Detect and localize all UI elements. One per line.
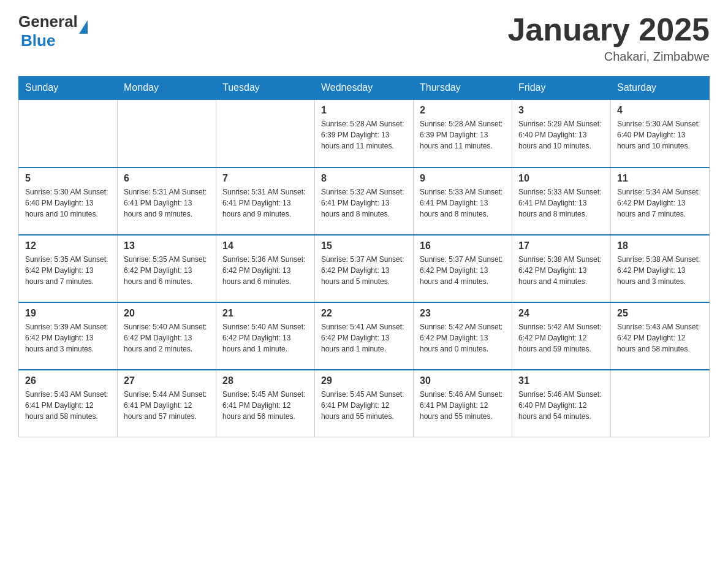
day-number: 25 — [617, 308, 703, 319]
day-number: 14 — [222, 240, 308, 251]
day-info: Sunrise: 5:32 AM Sunset: 6:41 PM Dayligh… — [321, 186, 407, 220]
calendar-row: 12Sunrise: 5:35 AM Sunset: 6:42 PM Dayli… — [19, 235, 710, 302]
table-row: 8Sunrise: 5:32 AM Sunset: 6:41 PM Daylig… — [315, 167, 414, 235]
day-number: 21 — [222, 308, 308, 319]
table-row: 3Sunrise: 5:29 AM Sunset: 6:40 PM Daylig… — [512, 100, 611, 167]
day-info: Sunrise: 5:38 AM Sunset: 6:42 PM Dayligh… — [518, 254, 604, 287]
day-number: 5 — [25, 173, 111, 184]
day-number: 29 — [321, 375, 407, 386]
calendar-row: 1Sunrise: 5:28 AM Sunset: 6:39 PM Daylig… — [19, 100, 710, 167]
day-info: Sunrise: 5:43 AM Sunset: 6:42 PM Dayligh… — [617, 321, 703, 354]
day-number: 16 — [420, 240, 506, 251]
calendar-subtitle: Chakari, Zimbabwe — [507, 50, 710, 64]
table-row: 14Sunrise: 5:36 AM Sunset: 6:42 PM Dayli… — [216, 235, 315, 302]
day-number: 27 — [124, 375, 210, 386]
day-number: 7 — [222, 173, 308, 184]
table-row: 15Sunrise: 5:37 AM Sunset: 6:42 PM Dayli… — [315, 235, 414, 302]
table-row: 9Sunrise: 5:33 AM Sunset: 6:41 PM Daylig… — [414, 167, 512, 235]
table-row — [118, 100, 216, 167]
table-row: 20Sunrise: 5:40 AM Sunset: 6:42 PM Dayli… — [118, 302, 216, 370]
table-row — [216, 100, 315, 167]
table-row: 18Sunrise: 5:38 AM Sunset: 6:42 PM Dayli… — [611, 235, 710, 302]
table-row — [19, 100, 118, 167]
day-info: Sunrise: 5:44 AM Sunset: 6:41 PM Dayligh… — [124, 389, 210, 422]
day-number: 8 — [321, 173, 407, 184]
logo: General Blue — [18, 12, 88, 50]
day-info: Sunrise: 5:29 AM Sunset: 6:40 PM Dayligh… — [518, 118, 604, 151]
day-info: Sunrise: 5:33 AM Sunset: 6:41 PM Dayligh… — [420, 186, 506, 220]
day-info: Sunrise: 5:35 AM Sunset: 6:42 PM Dayligh… — [124, 254, 210, 287]
day-number: 24 — [518, 308, 604, 319]
day-number: 23 — [420, 308, 506, 319]
day-number: 1 — [321, 105, 407, 116]
day-number: 22 — [321, 308, 407, 319]
table-row: 7Sunrise: 5:31 AM Sunset: 6:41 PM Daylig… — [216, 167, 315, 235]
day-number: 2 — [420, 105, 506, 116]
day-info: Sunrise: 5:40 AM Sunset: 6:42 PM Dayligh… — [124, 321, 210, 354]
table-row: 1Sunrise: 5:28 AM Sunset: 6:39 PM Daylig… — [315, 100, 414, 167]
day-info: Sunrise: 5:30 AM Sunset: 6:40 PM Dayligh… — [617, 118, 703, 151]
day-info: Sunrise: 5:46 AM Sunset: 6:41 PM Dayligh… — [420, 389, 506, 422]
day-info: Sunrise: 5:30 AM Sunset: 6:40 PM Dayligh… — [25, 186, 111, 220]
day-info: Sunrise: 5:42 AM Sunset: 6:42 PM Dayligh… — [518, 321, 604, 354]
day-number: 12 — [25, 240, 111, 251]
table-row: 29Sunrise: 5:45 AM Sunset: 6:41 PM Dayli… — [315, 370, 414, 437]
calendar-header-row: Sunday Monday Tuesday Wednesday Thursday… — [19, 76, 710, 100]
day-number: 6 — [124, 173, 210, 184]
col-tuesday: Tuesday — [216, 76, 315, 100]
calendar-table: Sunday Monday Tuesday Wednesday Thursday… — [18, 76, 710, 437]
table-row: 27Sunrise: 5:44 AM Sunset: 6:41 PM Dayli… — [118, 370, 216, 437]
table-row: 10Sunrise: 5:33 AM Sunset: 6:41 PM Dayli… — [512, 167, 611, 235]
day-number: 4 — [617, 105, 703, 116]
day-info: Sunrise: 5:42 AM Sunset: 6:42 PM Dayligh… — [420, 321, 506, 354]
col-friday: Friday — [512, 76, 611, 100]
calendar-row: 5Sunrise: 5:30 AM Sunset: 6:40 PM Daylig… — [19, 167, 710, 235]
day-info: Sunrise: 5:36 AM Sunset: 6:42 PM Dayligh… — [222, 254, 308, 287]
col-monday: Monday — [118, 76, 216, 100]
day-info: Sunrise: 5:33 AM Sunset: 6:41 PM Dayligh… — [518, 186, 604, 220]
day-number: 11 — [617, 173, 703, 184]
day-number: 19 — [25, 308, 111, 319]
logo-blue-text: Blue — [21, 31, 55, 50]
table-row: 11Sunrise: 5:34 AM Sunset: 6:42 PM Dayli… — [611, 167, 710, 235]
table-row — [611, 370, 710, 437]
day-number: 15 — [321, 240, 407, 251]
logo-general-text: General — [18, 12, 78, 31]
day-info: Sunrise: 5:35 AM Sunset: 6:42 PM Dayligh… — [25, 254, 111, 287]
day-number: 31 — [518, 375, 604, 386]
day-info: Sunrise: 5:41 AM Sunset: 6:42 PM Dayligh… — [321, 321, 407, 354]
title-area: January 2025 Chakari, Zimbabwe — [507, 12, 710, 64]
table-row: 31Sunrise: 5:46 AM Sunset: 6:40 PM Dayli… — [512, 370, 611, 437]
day-info: Sunrise: 5:31 AM Sunset: 6:41 PM Dayligh… — [222, 186, 308, 220]
col-saturday: Saturday — [611, 76, 710, 100]
day-info: Sunrise: 5:40 AM Sunset: 6:42 PM Dayligh… — [222, 321, 308, 354]
day-info: Sunrise: 5:37 AM Sunset: 6:42 PM Dayligh… — [321, 254, 407, 287]
day-info: Sunrise: 5:43 AM Sunset: 6:41 PM Dayligh… — [25, 389, 111, 422]
day-info: Sunrise: 5:46 AM Sunset: 6:40 PM Dayligh… — [518, 389, 604, 422]
calendar-row: 19Sunrise: 5:39 AM Sunset: 6:42 PM Dayli… — [19, 302, 710, 370]
day-info: Sunrise: 5:39 AM Sunset: 6:42 PM Dayligh… — [25, 321, 111, 354]
table-row: 19Sunrise: 5:39 AM Sunset: 6:42 PM Dayli… — [19, 302, 118, 370]
table-row: 30Sunrise: 5:46 AM Sunset: 6:41 PM Dayli… — [414, 370, 512, 437]
col-thursday: Thursday — [414, 76, 512, 100]
table-row: 26Sunrise: 5:43 AM Sunset: 6:41 PM Dayli… — [19, 370, 118, 437]
day-number: 13 — [124, 240, 210, 251]
day-info: Sunrise: 5:38 AM Sunset: 6:42 PM Dayligh… — [617, 254, 703, 287]
day-number: 17 — [518, 240, 604, 251]
table-row: 22Sunrise: 5:41 AM Sunset: 6:42 PM Dayli… — [315, 302, 414, 370]
table-row: 13Sunrise: 5:35 AM Sunset: 6:42 PM Dayli… — [118, 235, 216, 302]
day-info: Sunrise: 5:45 AM Sunset: 6:41 PM Dayligh… — [321, 389, 407, 422]
table-row: 6Sunrise: 5:31 AM Sunset: 6:41 PM Daylig… — [118, 167, 216, 235]
table-row: 24Sunrise: 5:42 AM Sunset: 6:42 PM Dayli… — [512, 302, 611, 370]
day-info: Sunrise: 5:34 AM Sunset: 6:42 PM Dayligh… — [617, 186, 703, 220]
table-row: 16Sunrise: 5:37 AM Sunset: 6:42 PM Dayli… — [414, 235, 512, 302]
table-row: 4Sunrise: 5:30 AM Sunset: 6:40 PM Daylig… — [611, 100, 710, 167]
table-row: 28Sunrise: 5:45 AM Sunset: 6:41 PM Dayli… — [216, 370, 315, 437]
table-row: 5Sunrise: 5:30 AM Sunset: 6:40 PM Daylig… — [19, 167, 118, 235]
day-info: Sunrise: 5:28 AM Sunset: 6:39 PM Dayligh… — [321, 118, 407, 151]
table-row: 2Sunrise: 5:28 AM Sunset: 6:39 PM Daylig… — [414, 100, 512, 167]
table-row: 25Sunrise: 5:43 AM Sunset: 6:42 PM Dayli… — [611, 302, 710, 370]
day-number: 10 — [518, 173, 604, 184]
calendar-title: January 2025 — [507, 12, 710, 47]
day-info: Sunrise: 5:37 AM Sunset: 6:42 PM Dayligh… — [420, 254, 506, 287]
